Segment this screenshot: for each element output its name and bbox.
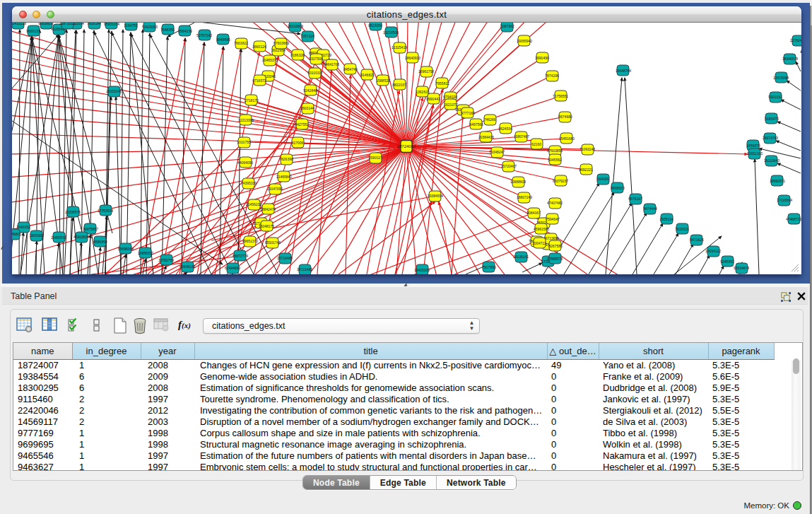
- svg-text:8849696: 8849696: [216, 37, 230, 42]
- svg-text:15720407: 15720407: [501, 164, 517, 168]
- svg-text:10807487: 10807487: [514, 134, 529, 139]
- svg-text:10688609: 10688609: [510, 180, 526, 184]
- svg-text:29973763: 29973763: [763, 136, 778, 140]
- svg-text:1590027: 1590027: [368, 156, 382, 160]
- svg-text:8186328: 8186328: [290, 53, 305, 57]
- svg-text:15451680: 15451680: [559, 136, 575, 141]
- svg-text:8938923: 8938923: [611, 186, 625, 190]
- svg-text:7663822: 7663822: [234, 41, 248, 45]
- svg-text:21456232: 21456232: [246, 202, 261, 206]
- svg-text:74395339: 74395339: [241, 181, 257, 185]
- svg-text:5310033: 5310033: [307, 71, 322, 75]
- svg-text:95931034: 95931034: [104, 23, 119, 26]
- svg-text:93534874: 93534874: [734, 266, 749, 270]
- svg-text:2935114: 2935114: [659, 217, 673, 221]
- svg-text:7955812: 7955812: [435, 81, 449, 86]
- svg-text:11325419: 11325419: [392, 45, 407, 49]
- svg-text:9327508: 9327508: [309, 57, 323, 61]
- svg-text:58842474: 58842474: [260, 207, 276, 211]
- svg-text:9600133: 9600133: [26, 29, 40, 33]
- svg-text:87603859: 87603859: [547, 148, 563, 153]
- svg-text:69379237: 69379237: [553, 179, 568, 183]
- svg-text:9474444: 9474444: [643, 206, 657, 211]
- svg-text:64641708: 64641708: [324, 62, 339, 66]
- svg-text:44064090: 44064090: [237, 160, 253, 165]
- svg-text:10654112: 10654112: [705, 249, 721, 253]
- svg-text:0564139: 0564139: [178, 29, 192, 33]
- svg-text:1010755: 1010755: [237, 140, 251, 144]
- svg-text:53419283: 53419283: [142, 25, 158, 29]
- svg-text:38721489: 38721489: [297, 267, 312, 271]
- svg-text:70348247: 70348247: [489, 150, 505, 154]
- svg-text:6794028: 6794028: [443, 95, 457, 99]
- svg-text:20450533: 20450533: [51, 235, 66, 240]
- svg-text:20465375: 20465375: [262, 58, 278, 62]
- svg-text:16782759: 16782759: [158, 258, 174, 262]
- svg-text:7357224: 7357224: [300, 34, 314, 38]
- svg-text:8822037: 8822037: [392, 83, 406, 87]
- svg-text:2718170: 2718170: [245, 98, 259, 103]
- svg-text:7917693: 7917693: [482, 265, 496, 269]
- svg-text:87603669: 87603669: [273, 41, 289, 45]
- svg-text:10958157: 10958157: [138, 251, 153, 255]
- svg-text:6716572: 6716572: [252, 78, 266, 83]
- svg-text:1640052: 1640052: [16, 225, 30, 229]
- svg-text:90838637: 90838637: [38, 23, 54, 25]
- svg-text:2087682: 2087682: [500, 24, 514, 28]
- svg-text:16648784: 16648784: [616, 69, 631, 73]
- svg-text:47468723: 47468723: [786, 217, 801, 221]
- svg-text:7816184: 7816184: [87, 23, 101, 25]
- svg-text:8454749: 8454749: [343, 67, 358, 71]
- svg-text:55698169: 55698169: [118, 247, 134, 251]
- svg-text:8692221: 8692221: [579, 168, 593, 172]
- svg-text:2803144: 2803144: [300, 106, 314, 110]
- svg-text:8427552: 8427552: [295, 122, 309, 127]
- svg-text:2004711: 2004711: [532, 241, 546, 245]
- svg-text:18640910: 18640910: [405, 56, 420, 60]
- svg-text:86872774: 86872774: [233, 254, 248, 258]
- svg-text:62994680: 62994680: [225, 266, 240, 270]
- svg-text:1588520: 1588520: [376, 78, 390, 83]
- svg-text:7594647: 7594647: [546, 217, 560, 221]
- svg-text:18724007: 18724007: [397, 144, 416, 148]
- svg-text:3990490: 3990490: [535, 56, 549, 60]
- svg-text:417006: 417006: [292, 141, 304, 145]
- svg-text:1362615: 1362615: [416, 90, 430, 94]
- svg-text:1621072: 1621072: [444, 103, 458, 107]
- svg-text:65648236: 65648236: [180, 264, 195, 269]
- svg-text:7632621: 7632621: [675, 227, 689, 231]
- svg-text:6679197: 6679197: [628, 197, 642, 201]
- svg-text:47407482: 47407482: [547, 201, 563, 205]
- svg-text:20364436: 20364436: [478, 135, 494, 139]
- svg-text:7874296: 7874296: [545, 74, 559, 78]
- svg-text:16961758: 16961758: [418, 69, 434, 74]
- svg-text:7648350: 7648350: [160, 28, 175, 32]
- svg-text:8267586: 8267586: [548, 244, 563, 248]
- svg-text:9777169: 9777169: [461, 111, 475, 115]
- svg-text:9146821: 9146821: [360, 73, 375, 77]
- svg-text:21465840: 21465840: [276, 175, 292, 179]
- svg-text:71093248: 71093248: [579, 147, 595, 151]
- svg-text:19384554: 19384554: [428, 194, 443, 198]
- svg-text:5045562: 5045562: [548, 158, 562, 162]
- svg-text:10433218: 10433218: [12, 23, 26, 25]
- svg-text:9242848: 9242848: [303, 88, 317, 93]
- svg-text:3164752: 3164752: [124, 23, 138, 28]
- svg-text:3660124: 3660124: [252, 45, 266, 49]
- svg-text:2805982: 2805982: [30, 233, 44, 238]
- svg-text:16048175: 16048175: [259, 224, 274, 228]
- svg-text:30975867: 30975867: [83, 227, 98, 231]
- svg-text:9084067: 9084067: [526, 211, 541, 215]
- svg-text:3624534: 3624534: [498, 127, 512, 131]
- svg-text:6497568: 6497568: [469, 122, 483, 127]
- svg-text:5183473: 5183473: [765, 117, 779, 121]
- svg-text:4586850: 4586850: [93, 240, 107, 244]
- svg-text:21047095: 21047095: [267, 187, 283, 191]
- svg-text:8990443: 8990443: [426, 97, 440, 101]
- svg-text:45961586: 45961586: [534, 227, 549, 231]
- svg-text:53767242: 53767242: [196, 33, 212, 37]
- svg-text:27889579: 27889579: [547, 257, 563, 261]
- svg-text:164095: 164095: [597, 177, 609, 181]
- svg-text:10651333: 10651333: [747, 151, 763, 156]
- svg-text:13433200: 13433200: [414, 268, 430, 272]
